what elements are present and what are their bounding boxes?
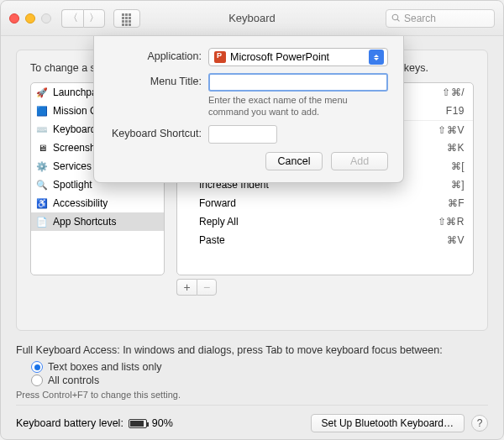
application-dropdown[interactable]: Microsoft PowerPoint bbox=[208, 48, 388, 66]
fka-heading: Full Keyboard Access: In windows and dia… bbox=[16, 344, 488, 356]
battery-percent: 90% bbox=[152, 417, 173, 429]
show-all-button[interactable] bbox=[113, 9, 140, 28]
window-controls bbox=[9, 13, 51, 24]
accessibility-icon: ♿ bbox=[36, 197, 48, 209]
keyboard-shortcut-input[interactable] bbox=[208, 125, 277, 144]
application-value: Microsoft PowerPoint bbox=[230, 51, 329, 63]
shortcut-row[interactable]: Forward⌘F bbox=[177, 194, 473, 212]
search-icon bbox=[391, 13, 401, 23]
add-shortcut-sheet: Application: Microsoft PowerPoint Menu T… bbox=[93, 36, 404, 183]
screens-icon: 🖥 bbox=[36, 142, 48, 154]
spotlight-icon: 🔍 bbox=[36, 179, 48, 191]
sidebar-item-accessibility[interactable]: ♿Accessibility bbox=[31, 194, 164, 212]
battery-label: Keyboard battery level: bbox=[16, 417, 123, 429]
chevron-updown-icon bbox=[369, 50, 384, 65]
content-area: To change a shortcut, select it, click t… bbox=[1, 36, 503, 440]
bottom-bar: Keyboard battery level: 90% Set Up Bluet… bbox=[16, 405, 488, 432]
add-button: Add bbox=[331, 152, 388, 170]
minimize-window-button[interactable] bbox=[25, 13, 35, 24]
menu-title-label: Menu Title: bbox=[109, 73, 208, 87]
application-label: Application: bbox=[109, 48, 208, 62]
powerpoint-icon bbox=[214, 51, 226, 63]
radio-selected-icon bbox=[31, 361, 43, 373]
battery-icon bbox=[129, 419, 147, 428]
keyboard-shortcut-label: Keyboard Shortcut: bbox=[109, 125, 208, 139]
fka-option-all[interactable]: All controls bbox=[31, 375, 488, 386]
mission-icon: 🟦 bbox=[36, 105, 48, 117]
shortcut-row[interactable]: Paste⌘V bbox=[177, 231, 473, 249]
gear-icon: ⚙️ bbox=[36, 160, 48, 172]
radio-icon bbox=[31, 375, 43, 386]
menu-title-hint: Enter the exact name of the menu command… bbox=[208, 94, 388, 118]
full-keyboard-access: Full Keyboard Access: In windows and dia… bbox=[16, 344, 488, 400]
add-shortcut-button[interactable]: + bbox=[176, 279, 197, 296]
nav-segment: 〈 〉 bbox=[61, 9, 105, 28]
bluetooth-keyboard-button[interactable]: Set Up Bluetooth Keyboard… bbox=[311, 414, 465, 432]
help-button[interactable]: ? bbox=[471, 415, 488, 432]
app-icon: 📄 bbox=[36, 216, 48, 228]
back-button[interactable]: 〈 bbox=[61, 9, 83, 28]
menu-title-input[interactable] bbox=[208, 73, 388, 92]
keyboard-prefs-window: 〈 〉 Keyboard Search To change a shortcut… bbox=[0, 0, 504, 440]
keyboard-icon: ⌨️ bbox=[36, 123, 48, 135]
launchpad-icon: 🚀 bbox=[36, 86, 48, 98]
forward-button[interactable]: 〉 bbox=[83, 9, 105, 28]
shortcut-row[interactable]: Reply All⇧⌘R bbox=[177, 212, 473, 231]
zoom-window-button bbox=[41, 13, 51, 24]
sidebar-item-app[interactable]: 📄App Shortcuts bbox=[31, 212, 164, 231]
close-window-button[interactable] bbox=[9, 13, 19, 24]
cancel-button[interactable]: Cancel bbox=[265, 152, 323, 170]
add-remove-segment: + − bbox=[176, 279, 474, 296]
fka-option-textboxes[interactable]: Text boxes and lists only bbox=[31, 361, 488, 373]
search-field[interactable]: Search bbox=[386, 9, 495, 28]
search-placeholder: Search bbox=[404, 13, 436, 24]
titlebar: 〈 〉 Keyboard Search bbox=[1, 1, 503, 36]
fka-hint: Press Control+F7 to change this setting. bbox=[16, 390, 488, 400]
remove-shortcut-button: − bbox=[197, 279, 217, 296]
